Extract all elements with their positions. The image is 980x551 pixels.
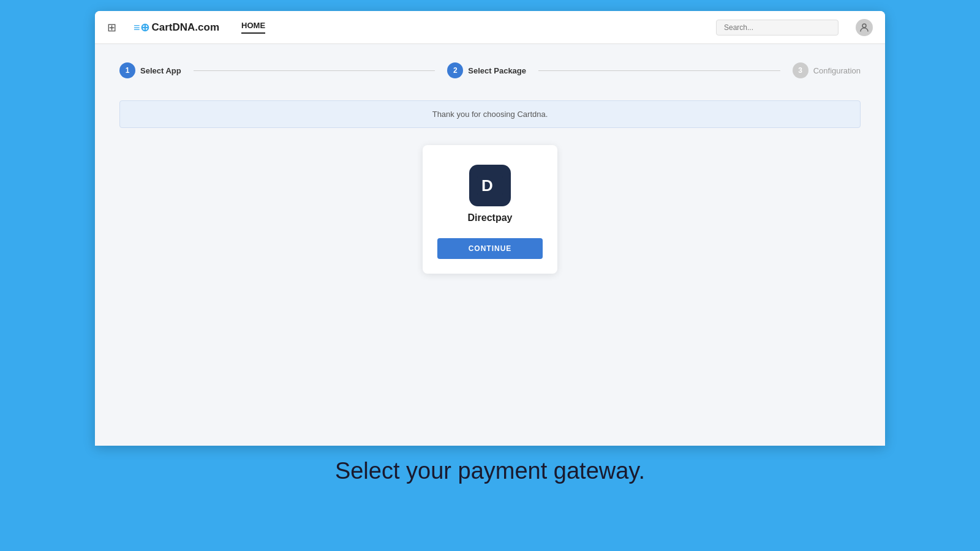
step-3-label: Configuration (813, 66, 861, 75)
logo-text: CartDNA.com (152, 21, 220, 34)
avatar[interactable] (856, 19, 873, 36)
app-logo-container: D Directpay (468, 165, 513, 223)
thank-you-banner: Thank you for choosing Cartdna. (119, 100, 861, 128)
bottom-caption: Select your payment gateway. (0, 446, 980, 490)
app-name: Directpay (468, 212, 513, 223)
grid-icon[interactable]: ⊞ (107, 21, 116, 34)
banner-text: Thank you for choosing Cartdna. (432, 110, 548, 119)
nav-bar: ⊞ ≡⊕ CartDNA.com HOME (95, 11, 885, 44)
continue-button[interactable]: CONTINUE (437, 238, 543, 259)
step-1: 1 Select App (119, 62, 181, 78)
logo-icon: ≡⊕ (134, 21, 149, 34)
nav-menu: HOME (241, 21, 265, 34)
svg-point-0 (862, 24, 866, 28)
stepper: 1 Select App 2 Select Package 3 Configur… (119, 62, 861, 78)
step-2: 2 Select Package (447, 62, 526, 78)
logo[interactable]: ≡⊕ CartDNA.com (134, 21, 219, 34)
step-connector-2 (538, 70, 780, 71)
step-1-circle: 1 (119, 62, 135, 78)
step-3-circle: 3 (793, 62, 809, 78)
nav-home[interactable]: HOME (241, 21, 265, 34)
step-connector-1 (194, 70, 435, 71)
search-input[interactable] (716, 20, 839, 36)
directpay-logo-icon: D (469, 165, 511, 206)
main-content: 1 Select App 2 Select Package 3 Configur… (95, 44, 885, 446)
svg-text:D: D (481, 176, 493, 195)
step-2-circle: 2 (447, 62, 463, 78)
step-1-label: Select App (140, 66, 181, 75)
browser-window: ⊞ ≡⊕ CartDNA.com HOME 1 Select App (95, 11, 885, 446)
app-card: D Directpay CONTINUE (423, 145, 557, 274)
step-3: 3 Configuration (793, 62, 861, 78)
cards-container: D Directpay CONTINUE (119, 145, 861, 274)
step-2-label: Select Package (468, 66, 526, 75)
